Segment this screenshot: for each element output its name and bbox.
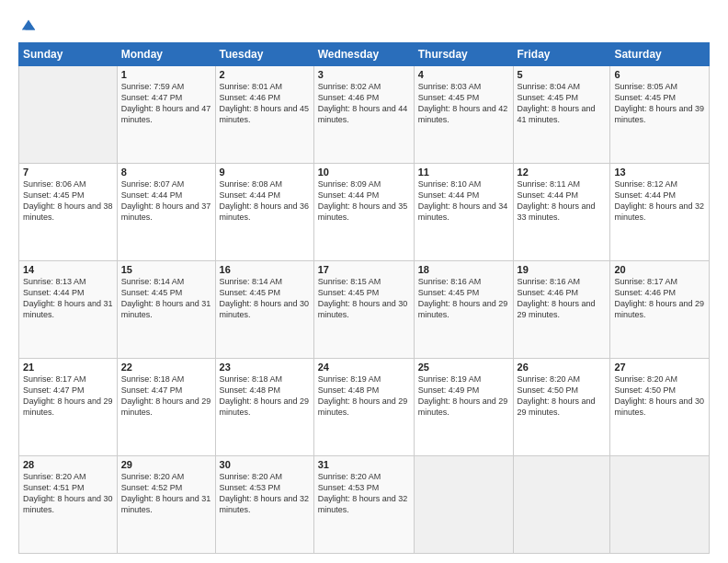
day-number: 19 [518,264,607,275]
calendar-cell: 11Sunrise: 8:10 AMSunset: 4:44 PMDayligh… [414,164,513,261]
calendar-week-2: 7Sunrise: 8:06 AMSunset: 4:45 PMDaylight… [19,164,710,261]
day-number: 22 [121,362,211,373]
day-info: Sunrise: 8:16 AMSunset: 4:46 PMDaylight:… [518,276,607,321]
day-number: 4 [418,69,509,80]
day-number: 6 [614,69,705,80]
calendar-cell: 1Sunrise: 7:59 AMSunset: 4:47 PMDaylight… [117,66,215,164]
day-header-friday: Friday [513,43,610,66]
day-info: Sunrise: 8:14 AMSunset: 4:45 PMDaylight:… [220,276,310,321]
calendar-cell: 10Sunrise: 8:09 AMSunset: 4:44 PMDayligh… [313,164,414,261]
calendar: SundayMondayTuesdayWednesdayThursdayFrid… [18,42,710,554]
day-number: 25 [418,362,509,373]
day-number: 23 [220,362,310,373]
day-number: 2 [220,69,310,80]
calendar-cell: 5Sunrise: 8:04 AMSunset: 4:45 PMDaylight… [513,66,610,164]
day-number: 31 [318,459,410,470]
day-info: Sunrise: 8:20 AMSunset: 4:50 PMDaylight:… [518,373,607,419]
day-info: Sunrise: 8:01 AMSunset: 4:46 PMDaylight:… [220,81,310,126]
day-info: Sunrise: 8:19 AMSunset: 4:48 PMDaylight:… [318,373,410,419]
day-info: Sunrise: 8:20 AMSunset: 4:50 PMDaylight:… [614,373,705,419]
day-info: Sunrise: 7:59 AMSunset: 4:47 PMDaylight:… [121,81,211,126]
day-number: 3 [318,69,410,80]
day-number: 7 [23,167,113,178]
day-number: 8 [121,167,211,178]
day-info: Sunrise: 8:11 AMSunset: 4:44 PMDaylight:… [518,178,607,224]
day-info: Sunrise: 8:17 AMSunset: 4:47 PMDaylight:… [23,373,113,419]
calendar-cell [513,456,610,554]
day-info: Sunrise: 8:18 AMSunset: 4:47 PMDaylight:… [121,373,211,419]
day-number: 11 [418,167,509,178]
day-number: 29 [121,459,211,470]
calendar-cell: 2Sunrise: 8:01 AMSunset: 4:46 PMDaylight… [215,66,313,164]
day-header-wednesday: Wednesday [313,43,414,66]
calendar-cell: 16Sunrise: 8:14 AMSunset: 4:45 PMDayligh… [215,261,313,359]
header [18,17,710,33]
day-info: Sunrise: 8:16 AMSunset: 4:45 PMDaylight:… [418,276,509,321]
day-number: 27 [614,362,705,373]
calendar-cell: 22Sunrise: 8:18 AMSunset: 4:47 PMDayligh… [117,359,215,456]
day-info: Sunrise: 8:13 AMSunset: 4:44 PMDaylight:… [23,276,113,321]
calendar-week-1: 1Sunrise: 7:59 AMSunset: 4:47 PMDaylight… [19,66,710,164]
calendar-cell: 14Sunrise: 8:13 AMSunset: 4:44 PMDayligh… [19,261,118,359]
calendar-cell: 7Sunrise: 8:06 AMSunset: 4:45 PMDaylight… [19,164,118,261]
calendar-cell: 18Sunrise: 8:16 AMSunset: 4:45 PMDayligh… [414,261,513,359]
day-number: 18 [418,264,509,275]
day-number: 9 [220,167,310,178]
calendar-cell: 3Sunrise: 8:02 AMSunset: 4:46 PMDaylight… [313,66,414,164]
calendar-cell: 25Sunrise: 8:19 AMSunset: 4:49 PMDayligh… [414,359,513,456]
calendar-week-4: 21Sunrise: 8:17 AMSunset: 4:47 PMDayligh… [19,359,710,456]
day-number: 21 [23,362,113,373]
calendar-cell [414,456,513,554]
day-info: Sunrise: 8:20 AMSunset: 4:52 PMDaylight:… [121,471,211,516]
day-number: 13 [614,167,705,178]
day-info: Sunrise: 8:08 AMSunset: 4:44 PMDaylight:… [220,178,310,224]
day-header-tuesday: Tuesday [215,43,313,66]
calendar-cell: 20Sunrise: 8:17 AMSunset: 4:46 PMDayligh… [610,261,710,359]
day-number: 15 [121,264,211,275]
day-info: Sunrise: 8:10 AMSunset: 4:44 PMDaylight:… [418,178,509,224]
day-info: Sunrise: 8:15 AMSunset: 4:45 PMDaylight:… [318,276,410,321]
day-number: 12 [518,167,607,178]
day-info: Sunrise: 8:19 AMSunset: 4:49 PMDaylight:… [418,373,509,419]
calendar-cell [610,456,710,554]
day-info: Sunrise: 8:04 AMSunset: 4:45 PMDaylight:… [518,81,607,126]
day-number: 5 [518,69,607,80]
day-number: 14 [23,264,113,275]
day-number: 20 [614,264,705,275]
day-info: Sunrise: 8:03 AMSunset: 4:45 PMDaylight:… [418,81,509,126]
calendar-header-row: SundayMondayTuesdayWednesdayThursdayFrid… [19,43,710,66]
day-number: 16 [220,264,310,275]
day-header-thursday: Thursday [414,43,513,66]
calendar-cell: 17Sunrise: 8:15 AMSunset: 4:45 PMDayligh… [313,261,414,359]
day-info: Sunrise: 8:02 AMSunset: 4:46 PMDaylight:… [318,81,410,126]
calendar-cell: 28Sunrise: 8:20 AMSunset: 4:51 PMDayligh… [19,456,118,554]
day-number: 1 [121,69,211,80]
day-number: 28 [23,459,113,470]
day-number: 10 [318,167,410,178]
calendar-cell: 15Sunrise: 8:14 AMSunset: 4:45 PMDayligh… [117,261,215,359]
calendar-cell: 12Sunrise: 8:11 AMSunset: 4:44 PMDayligh… [513,164,610,261]
day-number: 17 [318,264,410,275]
day-header-saturday: Saturday [610,43,710,66]
day-header-monday: Monday [117,43,215,66]
day-info: Sunrise: 8:14 AMSunset: 4:45 PMDaylight:… [121,276,211,321]
calendar-cell: 13Sunrise: 8:12 AMSunset: 4:44 PMDayligh… [610,164,710,261]
day-info: Sunrise: 8:07 AMSunset: 4:44 PMDaylight:… [121,178,211,224]
calendar-week-5: 28Sunrise: 8:20 AMSunset: 4:51 PMDayligh… [19,456,710,554]
calendar-cell: 30Sunrise: 8:20 AMSunset: 4:53 PMDayligh… [215,456,313,554]
day-info: Sunrise: 8:17 AMSunset: 4:46 PMDaylight:… [614,276,705,321]
calendar-cell: 8Sunrise: 8:07 AMSunset: 4:44 PMDaylight… [117,164,215,261]
calendar-cell [19,66,118,164]
day-info: Sunrise: 8:18 AMSunset: 4:48 PMDaylight:… [220,373,310,419]
calendar-week-3: 14Sunrise: 8:13 AMSunset: 4:44 PMDayligh… [19,261,710,359]
day-number: 30 [220,459,310,470]
calendar-cell: 27Sunrise: 8:20 AMSunset: 4:50 PMDayligh… [610,359,710,456]
day-header-sunday: Sunday [19,43,118,66]
page: SundayMondayTuesdayWednesdayThursdayFrid… [0,0,728,563]
day-number: 24 [318,362,410,373]
calendar-cell: 9Sunrise: 8:08 AMSunset: 4:44 PMDaylight… [215,164,313,261]
calendar-cell: 24Sunrise: 8:19 AMSunset: 4:48 PMDayligh… [313,359,414,456]
day-info: Sunrise: 8:20 AMSunset: 4:53 PMDaylight:… [220,471,310,516]
logo-icon [20,17,37,33]
calendar-cell: 21Sunrise: 8:17 AMSunset: 4:47 PMDayligh… [19,359,118,456]
